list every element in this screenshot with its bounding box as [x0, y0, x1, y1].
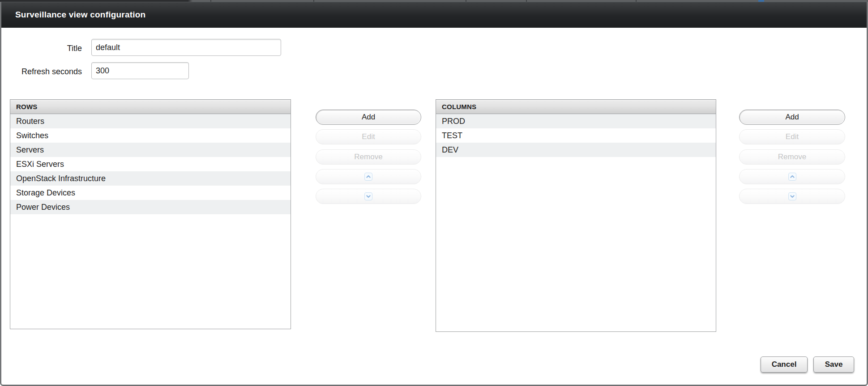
columns-list: PRODTESTDEV	[436, 114, 716, 157]
cancel-button[interactable]: Cancel	[761, 356, 808, 373]
rows-edit-button: Edit	[316, 129, 421, 144]
rows-move-up-button	[316, 169, 421, 184]
columns-panel-header: COLUMNS	[436, 100, 716, 114]
rows-list-item[interactable]: ESXi Servers	[10, 157, 291, 171]
columns-list-item[interactable]: PROD	[436, 114, 716, 128]
dialog-title: Surveillance view configuration	[1, 10, 145, 20]
rows-panel: ROWS RoutersSwitchesServersESXi ServersO…	[10, 99, 291, 329]
rows-remove-button: Remove	[316, 149, 421, 165]
dialog-content: Title Refresh seconds ROWS RoutersSwitch…	[1, 28, 867, 383]
columns-remove-button: Remove	[739, 149, 845, 165]
chevron-down-icon	[788, 192, 796, 200]
columns-panel: COLUMNS PRODTESTDEV	[436, 99, 716, 332]
rows-panel-header: ROWS	[10, 100, 291, 114]
rows-add-button[interactable]: Add	[316, 110, 421, 125]
surveillance-view-config-dialog: Surveillance view configuration Title Re…	[0, 2, 868, 386]
rows-list-item[interactable]: Storage Devices	[10, 186, 291, 200]
rows-list-item[interactable]: OpenStack Infrastructure	[10, 171, 291, 186]
columns-move-down-button	[739, 189, 845, 204]
chevron-down-icon	[364, 192, 372, 200]
dialog-titlebar: Surveillance view configuration	[1, 2, 867, 28]
chevron-up-icon	[788, 173, 796, 181]
columns-list-item[interactable]: TEST	[436, 128, 716, 143]
rows-list-item[interactable]: Routers	[10, 114, 291, 128]
rows-list: RoutersSwitchesServersESXi ServersOpenSt…	[10, 114, 291, 214]
refresh-seconds-input[interactable]	[91, 62, 189, 79]
columns-move-up-button	[739, 169, 845, 184]
rows-list-item[interactable]: Switches	[10, 128, 291, 143]
title-field-label: Title	[15, 44, 82, 53]
columns-add-button[interactable]: Add	[739, 110, 845, 125]
columns-edit-button: Edit	[739, 129, 845, 144]
columns-list-item[interactable]: DEV	[436, 143, 716, 157]
rows-list-item[interactable]: Servers	[10, 143, 291, 157]
save-button[interactable]: Save	[813, 356, 854, 373]
chevron-up-icon	[364, 173, 372, 181]
rows-list-item[interactable]: Power Devices	[10, 200, 291, 214]
title-input[interactable]	[91, 39, 281, 56]
rows-move-down-button	[316, 189, 421, 204]
refresh-seconds-field-label: Refresh seconds	[15, 67, 82, 76]
